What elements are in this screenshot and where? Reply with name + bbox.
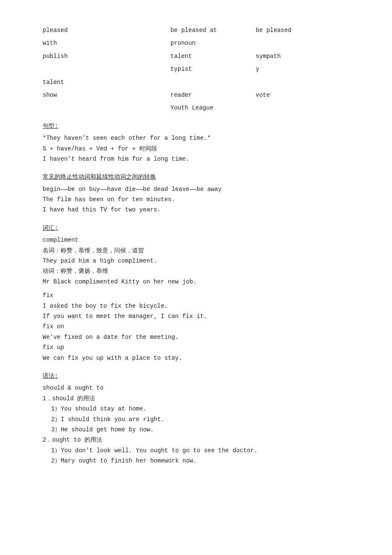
cihui-word2-ex2: If you want to meet the manager, I can f… xyxy=(43,312,375,321)
section-changjian: 常见的终止性动词和延续性动词之间的转换 begin——be on buy——ha… xyxy=(43,172,375,215)
cihui-word2: fix xyxy=(43,291,375,300)
cihui-title: 词汇: xyxy=(43,223,375,233)
cihui-fix-on: fix on xyxy=(43,322,375,331)
cihui-word1-verb: 动词：称赞，褒扬，恭维 xyxy=(43,266,375,276)
cihui-word1-ex1: They paid him a high compliment. xyxy=(43,256,375,266)
cell-talent: talent xyxy=(170,52,256,61)
cell-be-pleased: be pleased xyxy=(256,26,332,35)
yufa-title: 语法: xyxy=(43,371,375,381)
cell-empty3 xyxy=(170,78,256,87)
cell-empty5 xyxy=(43,103,170,113)
table-row: typist y xyxy=(43,64,375,74)
cell-empty2 xyxy=(43,64,170,74)
table-row: publish talent sympath xyxy=(43,52,375,61)
changjian-line2: The film has been on for ten minutes. xyxy=(43,195,375,204)
yufa-item2-line2: 2）Mary ought to finish her homework now. xyxy=(43,456,375,465)
cell-vote: vote xyxy=(256,90,332,100)
section-cihui: 词汇: compliment 名词：称赞，恭维，致意，问候，道贺 They pa… xyxy=(43,223,375,363)
cell-with: with xyxy=(43,38,170,48)
yufa-subtitle: should & ought to xyxy=(43,383,375,393)
vocab-table: pleased be pleased at be pleased with pr… xyxy=(43,26,375,113)
cell-reader: reader xyxy=(170,90,256,100)
changjian-line3: I have had this TV for two years. xyxy=(43,205,375,214)
cell-empty4 xyxy=(256,78,332,87)
yufa-item1-line1: 1）You should stay at home. xyxy=(43,404,375,413)
changjian-title: 常见的终止性动词和延续性动词之间的转换 xyxy=(43,172,375,182)
cihui-fix-on-ex: We've fixed on a date for the meeting. xyxy=(43,332,375,342)
section-yufa: 语法: should & ought to 1．should 的用法 1）You… xyxy=(43,371,375,466)
cihui-word1-ex2: Mr Black complimented Kitty on her new j… xyxy=(43,277,375,286)
cell-youth-league: Youth League xyxy=(170,103,256,113)
table-row: with pronoun xyxy=(43,38,375,48)
cell-show: show xyxy=(43,90,170,100)
cell-be-pleased-at: be pleased at xyxy=(170,26,256,35)
cell-typist: typist xyxy=(170,64,256,74)
cihui-word1: compliment xyxy=(43,235,375,245)
cihui-fix-section: fix I asked the boy to fix the bicycle. … xyxy=(43,291,375,363)
section-juxing: 句型: *They haven't seen each other for a … xyxy=(43,121,375,164)
table-row: pleased be pleased at be pleased xyxy=(43,26,375,35)
yufa-item2-title: 2．ought to 的用法 xyxy=(43,435,375,445)
main-content: pleased be pleased at be pleased with pr… xyxy=(43,26,375,465)
juxing-title: 句型: xyxy=(43,121,375,131)
yufa-item1-title: 1．should 的用法 xyxy=(43,394,375,403)
juxing-line3: I haven't heard from him for a long time… xyxy=(43,154,375,164)
cell-sympath: sympath xyxy=(256,52,332,61)
cell-pronoun: pronoun xyxy=(170,38,256,48)
yufa-item2-line1: 1）You don't look well. You ought to go t… xyxy=(43,446,375,455)
cell-publish: publish xyxy=(43,52,170,61)
cihui-word1-noun: 名词：称赞，恭维，致意，问候，道贺 xyxy=(43,246,375,255)
cihui-fix-up-ex: We can fix you up with a place to stay. xyxy=(43,353,375,363)
cihui-word2-ex1: I asked the boy to fix the bicycle. xyxy=(43,301,375,311)
table-row: talent xyxy=(43,78,375,87)
cell-empty6 xyxy=(256,103,332,113)
cell-pleased: pleased xyxy=(43,26,170,35)
cell-y: y xyxy=(256,64,332,74)
yufa-item1-line2: 2）I should think you are right. xyxy=(43,415,375,424)
table-row: Youth League xyxy=(43,103,375,113)
cell-talent2: talent xyxy=(43,78,170,87)
cihui-fix-up: fix up xyxy=(43,343,375,352)
changjian-line1: begin——be on buy——have die——be dead leav… xyxy=(43,185,375,194)
yufa-item1-line3: 3）He should get home by now. xyxy=(43,425,375,434)
juxing-line2: S + have/has + Ved + for + 时间段 xyxy=(43,144,375,153)
table-row: show reader vote xyxy=(43,90,375,100)
juxing-line1: *They haven't seen each other for a long… xyxy=(43,133,375,143)
cell-empty1 xyxy=(256,38,332,48)
